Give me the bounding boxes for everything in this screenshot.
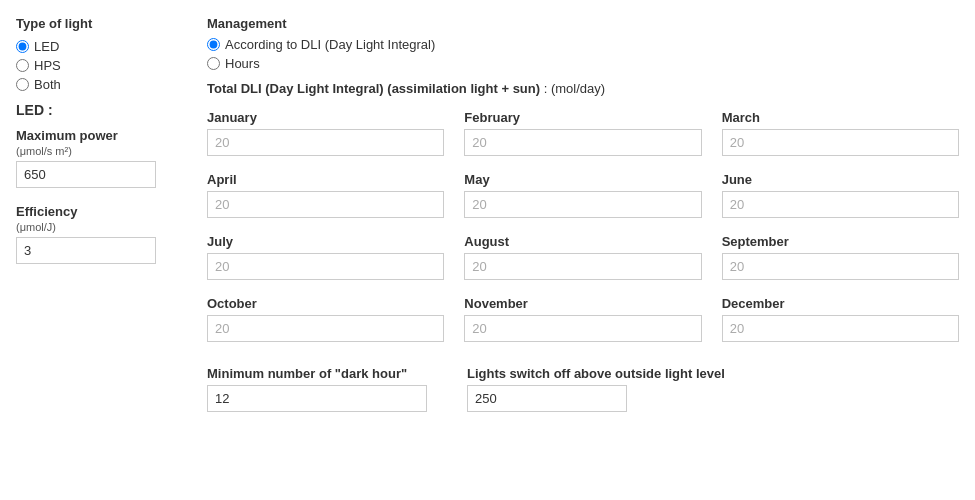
efficiency-label: Efficiency	[16, 204, 175, 219]
lights-off-label: Lights switch off above outside light le…	[467, 366, 725, 381]
month-block-august: August	[464, 234, 701, 280]
month-block-january: January	[207, 110, 444, 156]
dark-hour-field: Minimum number of "dark hour"	[207, 366, 427, 412]
month-block-december: December	[722, 296, 959, 342]
month-input-december[interactable]	[722, 315, 959, 342]
max-power-input[interactable]	[16, 161, 156, 188]
dli-title-suffix: : (mol/day)	[540, 81, 605, 96]
lights-off-input[interactable]	[467, 385, 627, 412]
efficiency-input[interactable]	[16, 237, 156, 264]
hours-radio[interactable]	[207, 57, 220, 70]
month-input-august[interactable]	[464, 253, 701, 280]
month-input-january[interactable]	[207, 129, 444, 156]
month-label-may: May	[464, 172, 701, 187]
max-power-unit: (μmol/s m²)	[16, 145, 175, 157]
max-power-label: Maximum power	[16, 128, 175, 143]
month-block-may: May	[464, 172, 701, 218]
month-label-august: August	[464, 234, 701, 249]
led-section-label: LED :	[16, 102, 175, 118]
month-input-march[interactable]	[722, 129, 959, 156]
lights-off-field: Lights switch off above outside light le…	[467, 366, 725, 412]
month-label-july: July	[207, 234, 444, 249]
dark-hour-label: Minimum number of "dark hour"	[207, 366, 427, 381]
month-label-march: March	[722, 110, 959, 125]
light-type-radio-group: LED HPS Both	[16, 39, 175, 92]
led-radio[interactable]	[16, 40, 29, 53]
month-block-february: February	[464, 110, 701, 156]
hps-radio-label: HPS	[34, 58, 61, 73]
right-panel: Management According to DLI (Day Light I…	[191, 16, 959, 412]
month-block-march: March	[722, 110, 959, 156]
both-radio[interactable]	[16, 78, 29, 91]
month-label-september: September	[722, 234, 959, 249]
left-panel: Type of light LED HPS Both LED : Maximum…	[16, 16, 191, 412]
efficiency-unit: (μmol/J)	[16, 221, 175, 233]
dli-title-bold: Total DLI (Day Light Integral) (assimila…	[207, 81, 540, 96]
month-label-october: October	[207, 296, 444, 311]
month-block-october: October	[207, 296, 444, 342]
month-input-july[interactable]	[207, 253, 444, 280]
month-input-february[interactable]	[464, 129, 701, 156]
month-input-may[interactable]	[464, 191, 701, 218]
management-radio-group: According to DLI (Day Light Integral) Ho…	[207, 37, 959, 71]
month-label-february: February	[464, 110, 701, 125]
dli-radio-label: According to DLI (Day Light Integral)	[225, 37, 435, 52]
bottom-row: Minimum number of "dark hour" Lights swi…	[207, 366, 959, 412]
dark-hour-input[interactable]	[207, 385, 427, 412]
hps-radio-item[interactable]: HPS	[16, 58, 175, 73]
month-input-october[interactable]	[207, 315, 444, 342]
type-of-light-title: Type of light	[16, 16, 175, 31]
month-block-november: November	[464, 296, 701, 342]
month-label-january: January	[207, 110, 444, 125]
dli-title: Total DLI (Day Light Integral) (assimila…	[207, 81, 959, 96]
both-radio-label: Both	[34, 77, 61, 92]
month-block-june: June	[722, 172, 959, 218]
dli-radio[interactable]	[207, 38, 220, 51]
both-radio-item[interactable]: Both	[16, 77, 175, 92]
max-power-section: Maximum power (μmol/s m²)	[16, 128, 175, 188]
month-input-september[interactable]	[722, 253, 959, 280]
efficiency-section: Efficiency (μmol/J)	[16, 204, 175, 264]
month-label-december: December	[722, 296, 959, 311]
month-label-november: November	[464, 296, 701, 311]
led-radio-label: LED	[34, 39, 59, 54]
month-input-june[interactable]	[722, 191, 959, 218]
months-grid: JanuaryFebruaryMarchAprilMayJuneJulyAugu…	[207, 110, 959, 358]
dli-radio-item[interactable]: According to DLI (Day Light Integral)	[207, 37, 959, 52]
hours-radio-item[interactable]: Hours	[207, 56, 959, 71]
month-label-june: June	[722, 172, 959, 187]
month-input-november[interactable]	[464, 315, 701, 342]
month-block-july: July	[207, 234, 444, 280]
month-block-april: April	[207, 172, 444, 218]
hours-radio-label: Hours	[225, 56, 260, 71]
month-input-april[interactable]	[207, 191, 444, 218]
hps-radio[interactable]	[16, 59, 29, 72]
month-block-september: September	[722, 234, 959, 280]
month-label-april: April	[207, 172, 444, 187]
management-title: Management	[207, 16, 959, 31]
led-radio-item[interactable]: LED	[16, 39, 175, 54]
